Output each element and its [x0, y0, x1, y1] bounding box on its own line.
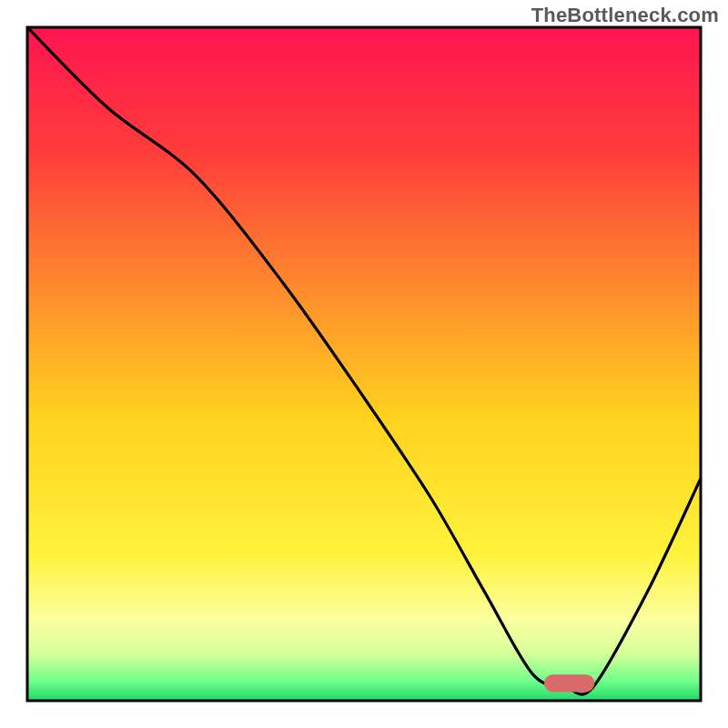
optimum-marker: [544, 674, 595, 692]
chart-stage: TheBottleneck.com: [0, 0, 728, 728]
chart-svg: [0, 0, 728, 728]
plot-background: [27, 27, 701, 701]
